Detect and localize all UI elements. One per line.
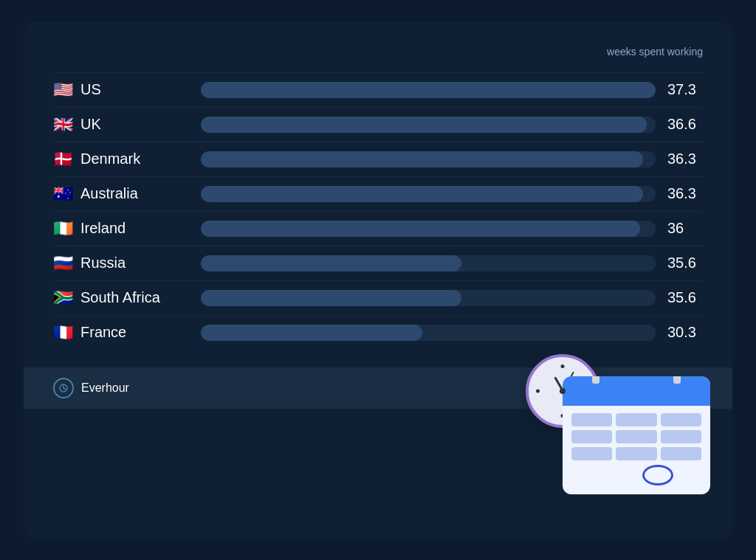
bar-row-south-africa: 🇿🇦 South Africa 35.6 — [53, 280, 703, 315]
bar-track-south-africa — [201, 290, 656, 306]
cal-cell — [616, 430, 656, 443]
country-label-russia: 🇷🇺 Russia — [53, 254, 201, 273]
bar-value-south-africa: 35.6 — [667, 289, 703, 306]
bar-track-uk — [201, 117, 656, 133]
bar-value-australia: 36.3 — [667, 185, 703, 202]
bar-track-ireland — [201, 221, 656, 237]
everhour-logo-svg — [58, 383, 69, 393]
cal-cell — [661, 447, 701, 460]
bar-fill-uk — [201, 117, 647, 133]
bar-row-russia: 🇷🇺 Russia 35.6 — [53, 246, 703, 280]
country-label-france: 🇫🇷 France — [53, 323, 201, 342]
flag-russia: 🇷🇺 — [53, 254, 73, 273]
bar-fill-south-africa — [201, 290, 461, 306]
bar-track-australia — [201, 186, 656, 202]
country-name-us: US — [80, 81, 101, 98]
footer-note: Weeks worked in a year — [585, 381, 703, 394]
brand-name: Everhour — [81, 381, 129, 395]
flag-australia: 🇦🇺 — [53, 184, 73, 204]
bar-container-ireland — [201, 221, 656, 237]
cal-cell — [616, 413, 656, 426]
brand-icon — [53, 378, 74, 398]
bar-container-south-africa — [201, 290, 656, 306]
flag-france: 🇫🇷 — [53, 323, 73, 342]
bar-value-uk: 36.6 — [667, 116, 703, 133]
country-label-australia: 🇦🇺 Australia — [53, 184, 201, 204]
brand: Everhour — [53, 378, 129, 398]
bar-row-us: 🇺🇸 US 37.3 — [53, 72, 703, 107]
bar-container-russia — [201, 255, 656, 272]
bar-container-australia — [201, 186, 656, 202]
country-name-south-africa: South Africa — [80, 289, 160, 306]
bar-row-australia: 🇦🇺 Australia 36.3 — [53, 176, 703, 211]
bar-value-us: 37.3 — [667, 81, 703, 98]
bar-fill-denmark — [201, 151, 643, 167]
cal-cell — [571, 413, 612, 426]
bar-value-ireland: 36 — [667, 220, 703, 237]
bar-value-russia: 35.6 — [667, 255, 703, 272]
bar-fill-france — [201, 325, 422, 341]
flag-ireland: 🇮🇪 — [53, 219, 73, 238]
svg-line-2 — [63, 388, 66, 390]
country-label-uk: 🇬🇧 UK — [53, 115, 201, 134]
cal-cell — [571, 447, 612, 460]
country-name-denmark: Denmark — [80, 151, 140, 167]
cal-cell — [616, 447, 656, 460]
chart-area: 🇺🇸 US 37.3 🇬🇧 UK 36.6 🇩🇰 — [53, 72, 703, 350]
bar-track-us — [201, 82, 656, 98]
calendar-grid — [563, 406, 710, 468]
bar-fill-australia — [201, 186, 643, 202]
bar-track-russia — [201, 255, 656, 272]
bar-track-denmark — [201, 151, 656, 167]
country-label-denmark: 🇩🇰 Denmark — [53, 150, 201, 169]
bar-row-denmark: 🇩🇰 Denmark 36.3 — [53, 142, 703, 176]
country-name-ireland: Ireland — [80, 220, 126, 237]
bar-fill-ireland — [201, 221, 640, 237]
bar-fill-russia — [201, 255, 461, 272]
bar-container-denmark — [201, 151, 656, 167]
bar-value-france: 30.3 — [667, 324, 703, 341]
flag-us: 🇺🇸 — [53, 80, 73, 100]
bar-container-france — [201, 325, 656, 341]
flag-south-africa: 🇿🇦 — [53, 288, 73, 308]
bar-fill-us — [201, 82, 656, 98]
calendar-circle — [642, 465, 673, 485]
bar-container-us — [201, 82, 656, 98]
bar-row-france: 🇫🇷 France 30.3 — [53, 315, 703, 350]
country-name-russia: Russia — [80, 255, 126, 272]
country-name-france: France — [80, 324, 126, 341]
clock-dot-bottom — [561, 414, 565, 418]
infographic-card: weeks spent working 🇺🇸 US 37.3 🇬🇧 UK — [24, 22, 732, 539]
cal-cell — [571, 430, 612, 443]
country-label-us: 🇺🇸 US — [53, 80, 201, 100]
country-label-ireland: 🇮🇪 Ireland — [53, 219, 201, 238]
footer: Everhour Weeks worked in a year — [24, 367, 732, 409]
cal-cell — [661, 430, 701, 443]
bar-track-france — [201, 325, 656, 341]
bar-row-uk: 🇬🇧 UK 36.6 — [53, 107, 703, 142]
bar-row-ireland: 🇮🇪 Ireland 36 — [53, 211, 703, 246]
bar-container-uk — [201, 117, 656, 133]
country-label-south-africa: 🇿🇦 South Africa — [53, 288, 201, 308]
flag-denmark: 🇩🇰 — [53, 150, 73, 169]
flag-uk: 🇬🇧 — [53, 115, 73, 134]
bar-value-denmark: 36.3 — [667, 151, 703, 167]
cal-cell — [661, 413, 701, 426]
country-name-uk: UK — [80, 116, 101, 133]
country-name-australia: Australia — [80, 185, 138, 202]
chart-subtitle: weeks spent working — [53, 46, 703, 58]
